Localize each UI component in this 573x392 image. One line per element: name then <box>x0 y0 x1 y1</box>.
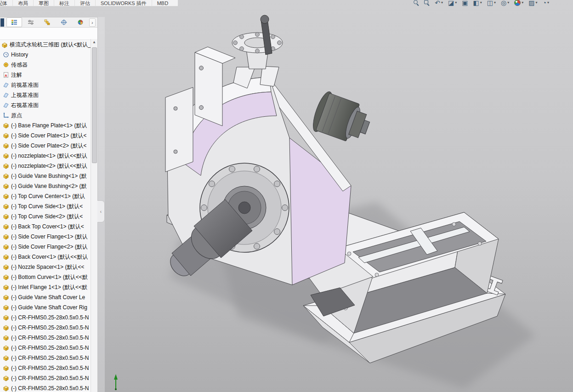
featuremanager-tab[interactable] <box>6 17 22 27</box>
tab-layout[interactable]: 布局 <box>13 0 34 6</box>
tree-item-label: (-) CR-FHMS0.25-28x0.5x0.5-N <box>11 375 89 381</box>
tree-item-label: (-) CR-FHMS0.25-28x0.5x0.5-N <box>11 365 89 371</box>
part-icon <box>3 153 9 159</box>
tree-item[interactable]: (-) Top Curve Side<1> (默认< <box>0 201 91 211</box>
plane-icon <box>3 102 9 108</box>
assembly-root-item[interactable]: 横流式水轮机三维图 (默认<默认_显 <box>0 40 97 50</box>
top-inlet-flange[interactable] <box>232 15 283 88</box>
tree-item[interactable]: (-) Side Cover Flange<1> (默认 <box>0 232 91 242</box>
tree-item[interactable]: (-) CR-FHMS0.25-28x0.5x0.5-N <box>0 383 91 392</box>
tree-item[interactable]: (-) Guide Vane Shaft Cover Le <box>0 292 91 302</box>
hide-show-items-icon[interactable]: ◎ ▾ <box>501 0 509 6</box>
magnifier-area-icon <box>424 0 430 6</box>
part-icon <box>3 183 9 189</box>
tree-item-label: (-) CR-FHMS0.25-28x0.5x0.5-N <box>11 355 89 361</box>
tree-item-label: (-) Guide Vane Bushing<1> (默 <box>11 172 87 180</box>
tree-item[interactable]: (-) Guide Vane Bushing<2> (默 <box>0 181 91 191</box>
tree-item-label: (-) Bottom Curve<1> (默认<<默 <box>11 273 88 281</box>
tree-item-origin[interactable]: 原点 <box>0 110 91 120</box>
tab-mbd[interactable]: MBD <box>152 0 173 6</box>
section-view-icon[interactable]: ◪ ▾ <box>448 0 457 6</box>
previous-view-dropdown-caret[interactable]: ▾ <box>441 0 443 5</box>
hide-show-items-dropdown-caret[interactable]: ▾ <box>507 0 509 5</box>
displaymanager-tab[interactable] <box>73 17 88 27</box>
view-orientation-dropdown-caret[interactable]: ▾ <box>480 0 482 5</box>
tree-item[interactable]: (-) Guide Vane Bushing<1> (默 <box>0 171 91 181</box>
tree-item[interactable]: (-) Side Cover Plate<1> (默认< <box>0 131 91 141</box>
tree-item[interactable]: (-) nozzleplate<1> (默认<<默认 <box>0 151 91 161</box>
tree-item-sensors[interactable]: 传感器 <box>0 60 91 70</box>
zoom-fit-icon[interactable] <box>414 0 419 6</box>
3d-views-icon[interactable]: ▣ <box>462 0 468 6</box>
display-style-icon[interactable]: ◫ ▾ <box>487 0 496 6</box>
feature-tree: History 传感器 注解 前视基准面 上视基准面 右视基准面 原点 (-) … <box>0 50 91 392</box>
tree-item[interactable]: (-) CR-FHMS0.25-28x0.5x0.5-N <box>0 373 91 383</box>
tree-item-right-plane[interactable]: 右视基准面 <box>0 100 91 110</box>
tree-item[interactable]: (-) Base Flange Plate<1> (默认 <box>0 120 91 131</box>
part-icon <box>3 385 9 392</box>
part-icon <box>3 314 9 321</box>
3d-views-glyph: ▣ <box>462 0 468 6</box>
apply-scene-icon[interactable]: ▨ ▾ <box>528 0 537 6</box>
tree-item[interactable]: (-) Side Cover Flange<2> (默认 <box>0 242 91 252</box>
apply-scene-dropdown-caret[interactable]: ▾ <box>536 0 538 5</box>
tree-item-label: (-) Nozzle Spacer<1> (默认<< <box>11 263 84 271</box>
view-settings-icon[interactable]: ◔ ▾ <box>543 0 549 6</box>
previous-view-glyph: ↶ <box>435 0 440 6</box>
tree-item-front-plane[interactable]: 前视基准面 <box>0 80 91 90</box>
dimxpert-target-icon <box>61 19 67 25</box>
tab-markup[interactable]: 标注 <box>54 0 75 6</box>
tree-item[interactable]: (-) Back Cover<1> (默认<<默认 <box>0 252 91 262</box>
tree-item-label: 原点 <box>11 112 22 119</box>
tab-addins[interactable]: SOLIDWORKS 插件 <box>96 0 152 6</box>
tree-item-label: 上视基准面 <box>11 91 39 99</box>
headsup-view-toolbar: ↶ ▾ ◪ ▾ ▣ ◧ ▾ ◫ ▾ ◎ ▾ ▾ ▨ ▾ ◔ <box>414 0 549 7</box>
view-orientation-icon[interactable]: ◧ ▾ <box>473 0 482 6</box>
tree-item-label: (-) Back Cover<1> (默认<<默认 <box>11 253 88 261</box>
tree-item[interactable]: (-) CR-FHMS0.25-28x0.5x0.5-N <box>0 323 91 333</box>
previous-view-icon[interactable]: ↶ ▾ <box>435 0 443 6</box>
scrollbar-thumb[interactable] <box>92 47 97 163</box>
tree-item[interactable]: (-) CR-FHMS0.25-28x0.5x0.5-N <box>0 353 91 363</box>
tree-item-label: (-) Side Cover Flange<1> (默认 <box>11 233 88 241</box>
panel-scrollbar[interactable]: ▲ <box>91 39 97 392</box>
tree-item[interactable]: (-) CR-FHMS0.25-28x0.5x0.5-N <box>0 343 91 353</box>
tree-item[interactable]: (-) CR-FHMS0.25-28x0.5x0.5-N <box>0 363 91 373</box>
edit-appearance-icon[interactable]: ▾ <box>514 0 523 6</box>
tree-item[interactable]: (-) Bottom Curve<1> (默认<<默 <box>0 272 91 282</box>
tree-item[interactable]: (-) Top Curve Side<2> (默认< <box>0 211 91 222</box>
tab-assembly[interactable]: 装配体 <box>0 0 13 6</box>
scrollbar-up-arrow[interactable]: ▲ <box>91 39 97 45</box>
tree-item[interactable]: (-) Side Cover Plate<2> (默认< <box>0 141 91 151</box>
dimxpertmanager-tab[interactable] <box>56 17 72 27</box>
part-icon <box>3 173 9 179</box>
section-view-dropdown-caret[interactable]: ▾ <box>455 0 457 5</box>
display-style-dropdown-caret[interactable]: ▾ <box>494 0 496 5</box>
tree-item[interactable]: (-) CR-FHMS0.25-28x0.5x0.5-N <box>0 312 91 323</box>
side-shaft-coupling[interactable] <box>309 90 374 148</box>
configurationmanager-tab[interactable] <box>40 17 55 27</box>
tab-sketch[interactable]: 草图 <box>34 0 54 6</box>
tree-item[interactable]: (-) Top Curve Center<1> (默认 <box>0 191 91 201</box>
zoom-area-icon[interactable] <box>424 0 430 6</box>
tab-evaluate[interactable]: 评估 <box>75 0 96 6</box>
view-settings-dropdown-caret[interactable]: ▾ <box>547 0 549 5</box>
plane-icon <box>3 92 9 98</box>
tree-item[interactable]: (-) Inlet Flange 1<1> (默认<<默 <box>0 282 91 292</box>
tree-item-label: 传感器 <box>11 61 28 69</box>
propertymanager-tab[interactable] <box>23 17 39 27</box>
tree-item-annotations[interactable]: 注解 <box>0 70 91 80</box>
tree-item[interactable]: (-) Back Top Cover<1> (默认< <box>0 222 91 232</box>
tree-item[interactable]: (-) nozzleplate<2> (默认<<默认 <box>0 161 91 171</box>
panel-pin-icon[interactable] <box>0 18 4 27</box>
tree-item[interactable]: (-) Nozzle Spacer<1> (默认<< <box>0 262 91 272</box>
panel-expand-chevron[interactable]: › <box>89 18 96 27</box>
tree-item[interactable]: (-) CR-FHMS0.25-28x0.5x0.5-N <box>0 333 91 343</box>
apply-scene-glyph: ▨ <box>528 0 534 6</box>
tree-item[interactable]: (-) Guide Vane Shaft Cover Rig <box>0 302 91 312</box>
panel-collapse-tab[interactable]: ‹ <box>97 200 105 222</box>
tree-item-top-plane[interactable]: 上视基准面 <box>0 90 91 100</box>
tree-item-history[interactable]: History <box>0 50 91 60</box>
edit-appearance-dropdown-caret[interactable]: ▾ <box>522 0 523 5</box>
tree-item-label: History <box>11 51 28 58</box>
